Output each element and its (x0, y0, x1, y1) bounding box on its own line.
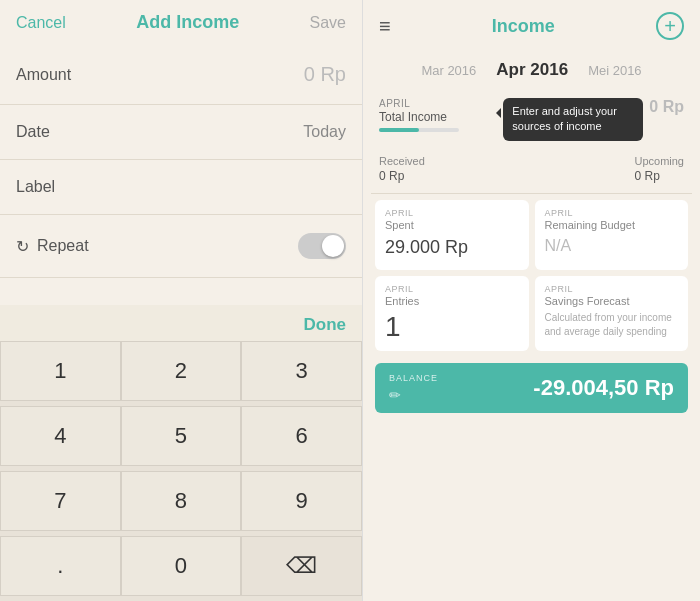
toggle-knob (322, 235, 344, 257)
key-2[interactable]: 2 (121, 341, 242, 401)
tooltip-bubble: Enter and adjust your sources of income (503, 98, 643, 141)
key-9[interactable]: 9 (241, 471, 362, 531)
repeat-icon: ↻ (16, 237, 29, 256)
key-backspace[interactable]: ⌫ (241, 536, 362, 596)
key-5[interactable]: 5 (121, 406, 242, 466)
upcoming-item: Upcoming 0 Rp (634, 155, 684, 183)
done-button[interactable]: Done (304, 315, 347, 335)
total-income-title: Total Income (379, 110, 499, 124)
stats-grid: APRIL Spent 29.000 Rp APRIL Remaining Bu… (371, 200, 692, 351)
amount-row: Amount 0 Rp (0, 45, 362, 105)
savings-title: Savings Forecast (545, 295, 679, 307)
balance-value: -29.004,50 Rp (533, 375, 674, 401)
remaining-value: N/A (545, 237, 679, 255)
spent-title: Spent (385, 219, 519, 231)
received-upcoming-row: Received 0 Rp Upcoming 0 Rp (371, 151, 692, 187)
total-income-row: APRIL Total Income Enter and adjust your… (371, 92, 692, 145)
numpad: 1 2 3 4 5 6 7 8 9 . 0 ⌫ (0, 341, 362, 601)
save-button[interactable]: Save (310, 14, 346, 32)
date-label: Date (16, 123, 50, 141)
income-title: Income (492, 16, 555, 37)
add-income-icon-button[interactable]: + (656, 12, 684, 40)
stats-area: APRIL Total Income Enter and adjust your… (363, 86, 700, 601)
date-value: Today (303, 123, 346, 141)
entries-title: Entries (385, 295, 519, 307)
key-3[interactable]: 3 (241, 341, 362, 401)
amount-label: Amount (16, 66, 71, 84)
remaining-month-label: APRIL (545, 208, 679, 218)
remaining-card: APRIL Remaining Budget N/A (535, 200, 689, 270)
spent-card: APRIL Spent 29.000 Rp (375, 200, 529, 270)
repeat-toggle[interactable] (298, 233, 346, 259)
progress-bar-wrap (379, 128, 459, 132)
upcoming-value: 0 Rp (634, 169, 684, 183)
april-label-total: APRIL (379, 98, 499, 109)
savings-desc: Calculated from your income and average … (545, 311, 679, 339)
entries-value: 1 (385, 311, 519, 343)
amount-value: 0 Rp (304, 63, 346, 86)
cancel-button[interactable]: Cancel (16, 14, 66, 32)
balance-label: BALANCE (389, 373, 438, 383)
balance-left: BALANCE ✏ (389, 373, 438, 403)
left-header: Cancel Add Income Save (0, 0, 362, 45)
remaining-title: Remaining Budget (545, 219, 679, 231)
total-income-value: 0 Rp (649, 98, 684, 116)
label-row[interactable]: Label (0, 160, 362, 215)
key-0[interactable]: 0 (121, 536, 242, 596)
progress-bar-fill (379, 128, 419, 132)
savings-month-label: APRIL (545, 284, 679, 294)
key-1[interactable]: 1 (0, 341, 121, 401)
balance-edit-icon[interactable]: ✏ (389, 387, 438, 403)
key-6[interactable]: 6 (241, 406, 362, 466)
repeat-row: ↻ Repeat (0, 215, 362, 278)
month-nav: Mar 2016 Apr 2016 Mei 2016 (363, 52, 700, 86)
left-panel: Cancel Add Income Save Amount 0 Rp Date … (0, 0, 362, 601)
add-income-title: Add Income (136, 12, 239, 33)
right-panel: ≡ Income + Mar 2016 Apr 2016 Mei 2016 AP… (362, 0, 700, 601)
savings-card: APRIL Savings Forecast Calculated from y… (535, 276, 689, 351)
balance-bar: BALANCE ✏ -29.004,50 Rp (375, 363, 688, 413)
done-row: Done (0, 305, 362, 341)
upcoming-label: Upcoming (634, 155, 684, 167)
divider-1 (371, 193, 692, 194)
right-header: ≡ Income + (363, 0, 700, 52)
entries-card: APRIL Entries 1 (375, 276, 529, 351)
next-month[interactable]: Mei 2016 (588, 63, 641, 78)
repeat-label: Repeat (37, 237, 89, 255)
received-value: 0 Rp (379, 169, 425, 183)
entries-month-label: APRIL (385, 284, 519, 294)
key-dot[interactable]: . (0, 536, 121, 596)
key-7[interactable]: 7 (0, 471, 121, 531)
key-8[interactable]: 8 (121, 471, 242, 531)
key-4[interactable]: 4 (0, 406, 121, 466)
received-label: Received (379, 155, 425, 167)
prev-month[interactable]: Mar 2016 (421, 63, 476, 78)
label-field-label: Label (16, 178, 55, 196)
form-section: Amount 0 Rp Date Today Label ↻ Repeat (0, 45, 362, 305)
repeat-label-group: ↻ Repeat (16, 237, 89, 256)
date-row[interactable]: Date Today (0, 105, 362, 160)
total-income-block: APRIL Total Income (379, 98, 499, 132)
current-month: Apr 2016 (496, 60, 568, 80)
spent-month-label: APRIL (385, 208, 519, 218)
spent-value: 29.000 Rp (385, 237, 519, 258)
menu-icon[interactable]: ≡ (379, 15, 391, 38)
received-item: Received 0 Rp (379, 155, 425, 183)
